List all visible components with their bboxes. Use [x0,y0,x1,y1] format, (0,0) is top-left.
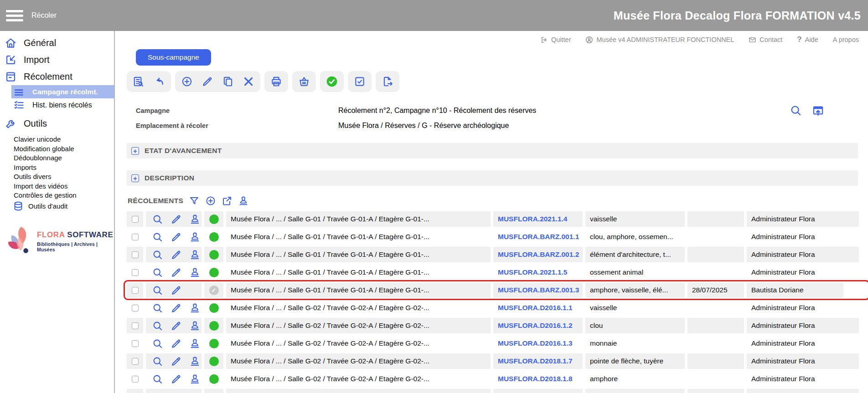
menu-icon[interactable] [6,8,23,24]
row-checkbox[interactable] [132,216,139,223]
add-recolement-icon[interactable] [205,195,216,206]
sidebar-item-controles-de-gestion[interactable]: Contrôles de gestion [14,191,114,200]
edit-icon[interactable] [170,214,182,225]
sidebar-item-recolement[interactable]: Récolement [0,68,114,85]
sidebar-item-modification-globale[interactable]: Modification globale [14,144,114,154]
stamp-icon[interactable] [189,302,201,314]
view-icon[interactable] [152,267,163,278]
stamp-icon[interactable] [189,249,201,260]
sidebar-item-general[interactable]: Général [0,35,114,51]
sidebar-item-campagne-recolement[interactable]: Campagne récolmt. [11,85,114,98]
quitter-label: Quitter [551,36,571,43]
edit-icon[interactable] [170,249,182,260]
sidebar-item-outils-divers[interactable]: Outils divers [14,172,114,182]
row-checkbox[interactable] [132,269,139,276]
aide-label: Aide [805,36,818,43]
edit-icon[interactable] [170,338,182,349]
stamp-icon[interactable] [238,195,249,206]
view-icon[interactable] [152,320,163,332]
sidebar-item-hist-biens-recoles[interactable]: Hist. biens récolés [11,98,114,112]
list-search-button[interactable] [133,76,145,87]
edit-icon[interactable] [170,302,182,314]
view-icon[interactable] [152,373,163,385]
view-icon[interactable] [152,338,163,349]
export-button[interactable] [382,76,393,87]
sidebar-item-outils[interactable]: Outils [0,115,114,132]
status-indicator [209,303,219,313]
object-code-link[interactable]: MUSFLORA.D2018.1.8 [498,375,573,383]
edit-icon[interactable] [170,356,182,367]
row-checkbox[interactable] [132,234,139,240]
delete-button[interactable] [243,76,254,87]
sidebar-item-import[interactable]: Import [0,51,114,68]
object-code-link[interactable]: MUSFLORA.D2018.1.7 [498,357,573,365]
sidebar-item-imports[interactable]: Imports [14,163,114,173]
expand-plus-icon[interactable]: + [131,147,139,155]
open-window-icon[interactable] [812,104,824,117]
section-description[interactable]: + DESCRIPTION [127,170,858,186]
status-indicator [209,357,219,366]
stamp-icon[interactable] [189,338,201,349]
undo-button[interactable] [153,76,165,87]
view-icon[interactable] [152,285,163,296]
row-agent: Administrateur Flora [747,300,859,316]
object-code-link[interactable]: MUSFLORA.BARZ.001.2 [498,250,579,259]
a-propos-link[interactable]: A propos [833,36,859,43]
object-code-link[interactable]: MUSFLORA.D2016.1.2 [498,322,573,330]
object-code-link[interactable]: MUSFLORA.D2016.1.1 [498,304,573,312]
stamp-icon[interactable] [189,356,201,367]
stamp-icon[interactable] [189,231,201,243]
object-code-link[interactable]: MUSFLORA.BARZ.001.1 [498,233,579,241]
sidebar-item-outils-audit[interactable]: Outils d'audit [13,201,114,212]
quitter-link[interactable]: Quitter [540,36,571,44]
object-code-link[interactable]: MUSFLORA.BARZ.001.3 [498,286,579,294]
search-icon[interactable] [790,104,802,117]
edit-button[interactable] [202,76,213,87]
stamp-icon[interactable] [189,320,201,332]
status-indicator [209,321,219,331]
edit-icon[interactable] [170,267,182,278]
sidebar-item-clavier-unicode[interactable]: Clavier unicode [14,135,114,144]
row-checkbox[interactable] [132,251,139,258]
row-checkbox[interactable] [132,287,139,294]
contact-link[interactable]: Contact [749,36,782,44]
basket-button[interactable] [298,76,310,87]
section-etat-avancement[interactable]: + ETAT D'AVANCEMENT [127,143,858,158]
row-actions-cell [146,247,202,262]
filter-icon[interactable] [189,195,200,206]
object-code-link[interactable]: MUSFLORA.2021.1.5 [498,268,567,276]
stamp-icon[interactable] [189,267,201,278]
stamp-icon[interactable] [189,214,201,225]
aide-link[interactable]: ? Aide [797,35,818,44]
view-icon[interactable] [152,302,163,314]
object-code-link[interactable]: MUSFLORA.2021.1.4 [498,215,567,223]
row-checkbox[interactable] [132,376,139,383]
print-button[interactable] [270,76,282,87]
copy-button[interactable] [222,76,234,87]
stamp-icon[interactable] [189,373,201,385]
expand-plus-icon[interactable]: + [131,174,139,182]
row-checkbox[interactable] [132,322,139,329]
sidebar-item-import-des-videos[interactable]: Import des vidéos [14,182,114,191]
edit-icon[interactable] [170,373,182,385]
edit-icon[interactable] [170,231,182,243]
edit-icon[interactable] [170,320,182,332]
external-link-icon[interactable] [222,195,232,206]
sidebar: Général Import Récolement Campagne récol… [0,31,115,393]
row-checkbox[interactable] [132,305,139,311]
checkbox-validate-button[interactable] [354,76,366,87]
sidebar-item-dedoublonnage[interactable]: Dédoublonnage [14,153,114,163]
row-checkbox[interactable] [132,358,139,365]
view-icon[interactable] [152,249,163,260]
row-checkbox[interactable] [132,340,139,347]
validate-button[interactable] [326,76,338,87]
edit-icon[interactable] [170,285,182,296]
view-icon[interactable] [152,231,163,243]
user-menu[interactable]: Musée v4 ADMINISTRATEUR FONCTIONNEL [585,36,734,44]
view-icon[interactable] [152,214,163,225]
add-button[interactable] [181,76,193,87]
object-code-link[interactable]: MUSFLORA.D2016.1.3 [498,339,573,347]
row-designation: pointe de flèche, tuyère [585,353,685,369]
view-icon[interactable] [152,356,163,367]
tab-sous-campagne[interactable]: Sous-campagne [136,49,211,66]
